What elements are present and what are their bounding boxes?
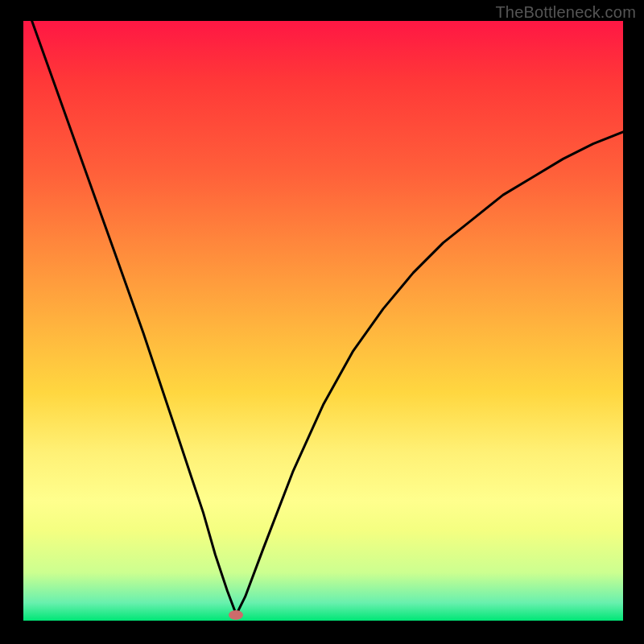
watermark-text: TheBottleneck.com bbox=[495, 3, 636, 22]
chart-curve bbox=[23, 21, 623, 621]
marker-dot bbox=[229, 610, 243, 620]
